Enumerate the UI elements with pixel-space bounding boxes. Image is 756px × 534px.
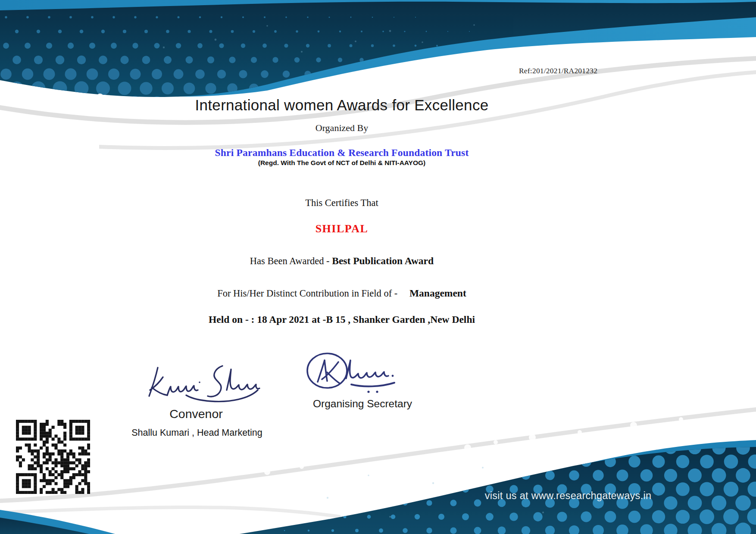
top-dark-wave: [0, 2, 756, 97]
ref-number: Ref:201/2021/RA201232: [519, 66, 605, 75]
award-line: Has Been Awarded - Best Publication Awar…: [0, 255, 684, 267]
bottom-accent-sweep: [185, 440, 756, 534]
bottom-dark-corner: [0, 518, 147, 534]
convenor-name: Shallu Kumari , Head Marketing: [122, 428, 272, 438]
field-value: Management: [409, 287, 466, 299]
bottom-halftone-dots: [284, 441, 756, 534]
award-name: Best Publication Award: [332, 255, 434, 266]
signature-i-dot: [199, 381, 200, 383]
field-line: For His/Her Distinct Contribution in Fie…: [0, 287, 684, 299]
held-on-line: Held on - : 18 Apr 2021 at -B 15 , Shank…: [0, 314, 684, 325]
trust-registration: (Regd. With The Govt of NCT of Delhi & N…: [0, 159, 684, 167]
top-accent-swoosh: [0, 0, 756, 97]
bottom-gray-wave-1: [0, 407, 756, 503]
secretary-title: Organising Secretary: [302, 398, 423, 410]
awardee-name: SHILPAL: [0, 222, 684, 235]
bottom-gray-wave-2: [0, 506, 341, 518]
certificate-title: International women Awards for Excellenc…: [0, 97, 684, 114]
bottom-white-bubbles: [264, 417, 683, 475]
website-link[interactable]: visit us at www.researchgateways.in: [484, 490, 653, 502]
top-gray-wave-1: [0, 56, 756, 125]
trust-name: Shri Paramhans Education & Research Foun…: [0, 147, 684, 159]
bottom-dark-sweep: [155, 447, 756, 534]
convenor-signature-ink: [149, 366, 259, 402]
top-specks: [163, 24, 475, 53]
certificate-page: Ref:201/2021/RA201232 International wome…: [0, 0, 756, 534]
bottom-accent-corner: [0, 510, 134, 534]
organized-by-label: Organized By: [0, 122, 684, 134]
field-prefix: For His/Her Distinct Contribution in Fie…: [217, 288, 400, 299]
certifies-line: This Certifies That: [0, 197, 684, 209]
qr-code: [16, 420, 90, 494]
convenor-title: Convenor: [136, 407, 256, 421]
secretary-signature-icon: [303, 349, 411, 394]
top-halftone-dots: [0, 16, 513, 110]
convenor-signature-icon: [142, 359, 263, 408]
secretary-signature-ink: [307, 353, 394, 388]
award-prefix: Has Been Awarded -: [250, 256, 332, 266]
